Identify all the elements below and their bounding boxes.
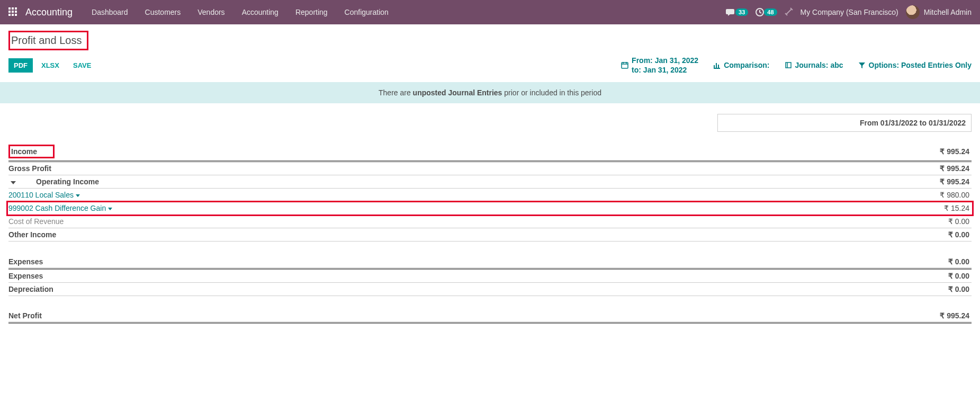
user-menu[interactable]: Mitchell Admin [906, 5, 972, 19]
caret-down-icon[interactable] [11, 181, 16, 184]
main-menu: Dashboard Customers Vendors Accounting R… [84, 5, 396, 20]
app-brand[interactable]: Accounting [25, 7, 73, 18]
notice-strong: unposted Journal Entries [413, 88, 502, 97]
row-expenses-sub-label: Expenses [8, 272, 43, 280]
row-expenses-label: Expenses [8, 257, 43, 266]
row-income-amount: ₹ 995.24 [747, 142, 972, 162]
report-toolbar: PDF XLSX SAVE From: Jan 31, 2022 to: Jan… [0, 50, 980, 82]
row-cash-diff-amount: ₹ 15.24 [747, 202, 972, 215]
row-net-profit-label: Net Profit [8, 311, 42, 320]
titlebar: Profit and Loss [0, 24, 980, 50]
bar-chart-icon [713, 61, 721, 69]
unposted-notice[interactable]: There are unposted Journal Entries prior… [0, 82, 980, 103]
row-expenses-amount: ₹ 0.00 [747, 255, 972, 269]
menu-configuration[interactable]: Configuration [337, 5, 396, 20]
apps-icon[interactable] [8, 7, 18, 17]
row-income-label: Income [8, 145, 55, 158]
activities-count: 48 [764, 8, 777, 16]
menu-accounting[interactable]: Accounting [235, 5, 286, 20]
menu-dashboard[interactable]: Dashboard [84, 5, 136, 20]
menu-vendors[interactable]: Vendors [190, 5, 232, 20]
navbar-right: 33 48 My Company (San Francisco) Mitchel… [726, 5, 972, 19]
save-button[interactable]: SAVE [68, 58, 96, 73]
row-cost-of-revenue-label: Cost of Revenue [8, 217, 64, 226]
book-icon [785, 61, 792, 69]
filter-options[interactable]: Options: Posted Entries Only [858, 61, 972, 69]
row-gross-profit-amount: ₹ 995.24 [747, 162, 972, 175]
top-navbar: Accounting Dashboard Customers Vendors A… [0, 0, 980, 24]
messages-count: 33 [735, 8, 748, 16]
date-range-header: From 01/31/2022 to 01/31/2022 [717, 114, 972, 132]
report-filters: From: Jan 31, 2022 to: Jan 31, 2022 Comp… [621, 56, 972, 75]
row-cash-difference-gain[interactable]: 999002 Cash Difference Gain ₹ 15.24 [8, 202, 972, 215]
filter-date-label: From: Jan 31, 2022 to: Jan 31, 2022 [632, 56, 698, 75]
row-expenses[interactable]: Expenses ₹ 0.00 [8, 255, 972, 269]
svg-rect-1 [622, 62, 628, 68]
report-table: Income ₹ 995.24 Gross Profit ₹ 995.24 Op… [8, 142, 972, 324]
pdf-button[interactable]: PDF [8, 58, 33, 73]
calendar-icon [621, 61, 628, 69]
report-body: From 01/31/2022 to 01/31/2022 Income ₹ 9… [0, 103, 980, 345]
filter-comparison-label: Comparison: [724, 61, 769, 69]
row-net-profit[interactable]: Net Profit ₹ 995.24 [8, 309, 972, 323]
avatar [906, 5, 920, 19]
row-other-income-amount: ₹ 0.00 [747, 228, 972, 242]
filter-options-label: Options: Posted Entries Only [869, 61, 972, 69]
row-cash-diff-label: 999002 Cash Difference Gain [8, 204, 106, 212]
clock-icon [756, 8, 764, 16]
filter-comparison[interactable]: Comparison: [713, 61, 769, 69]
row-other-income[interactable]: Other Income ₹ 0.00 [8, 228, 972, 242]
row-cost-of-revenue-amount: ₹ 0.00 [747, 215, 972, 228]
page-title: Profit and Loss [8, 31, 88, 50]
row-operating-income-label: Operating Income [21, 177, 99, 186]
row-income[interactable]: Income ₹ 995.24 [8, 142, 972, 162]
menu-customers[interactable]: Customers [138, 5, 188, 20]
filter-date[interactable]: From: Jan 31, 2022 to: Jan 31, 2022 [621, 56, 698, 75]
row-depreciation[interactable]: Depreciation ₹ 0.00 [8, 282, 972, 296]
row-expenses-sub[interactable]: Expenses ₹ 0.00 [8, 269, 972, 282]
menu-reporting[interactable]: Reporting [288, 5, 335, 20]
chevron-down-icon[interactable] [108, 208, 112, 210]
row-local-sales-amount: ₹ 980.00 [747, 189, 972, 202]
debug-icon[interactable] [785, 7, 793, 17]
funnel-icon [858, 61, 866, 69]
row-gross-profit-label: Gross Profit [8, 164, 51, 173]
activities-button[interactable]: 48 [756, 8, 777, 16]
notice-pre: There are [379, 88, 413, 97]
messages-button[interactable]: 33 [726, 8, 748, 16]
row-depreciation-amount: ₹ 0.00 [747, 282, 972, 296]
filter-journals[interactable]: Journals: abc [785, 61, 843, 69]
row-local-sales[interactable]: 200110 Local Sales ₹ 980.00 [8, 189, 972, 202]
row-depreciation-label: Depreciation [8, 285, 53, 293]
company-switcher[interactable]: My Company (San Francisco) [801, 8, 898, 16]
row-local-sales-label: 200110 Local Sales [8, 191, 74, 199]
row-cost-of-revenue[interactable]: Cost of Revenue ₹ 0.00 [8, 215, 972, 228]
row-net-profit-amount: ₹ 995.24 [747, 309, 972, 323]
row-other-income-label: Other Income [8, 230, 56, 239]
chat-icon [726, 8, 735, 16]
row-gross-profit[interactable]: Gross Profit ₹ 995.24 [8, 162, 972, 175]
user-name: Mitchell Admin [924, 8, 972, 16]
chevron-down-icon[interactable] [76, 194, 80, 197]
row-operating-income[interactable]: Operating Income ₹ 995.24 [8, 175, 972, 189]
xlsx-button[interactable]: XLSX [36, 58, 65, 73]
row-operating-income-amount: ₹ 995.24 [747, 175, 972, 189]
row-expenses-sub-amount: ₹ 0.00 [747, 269, 972, 282]
notice-post: prior or included in this period [502, 88, 601, 97]
filter-journals-label: Journals: abc [795, 61, 843, 69]
